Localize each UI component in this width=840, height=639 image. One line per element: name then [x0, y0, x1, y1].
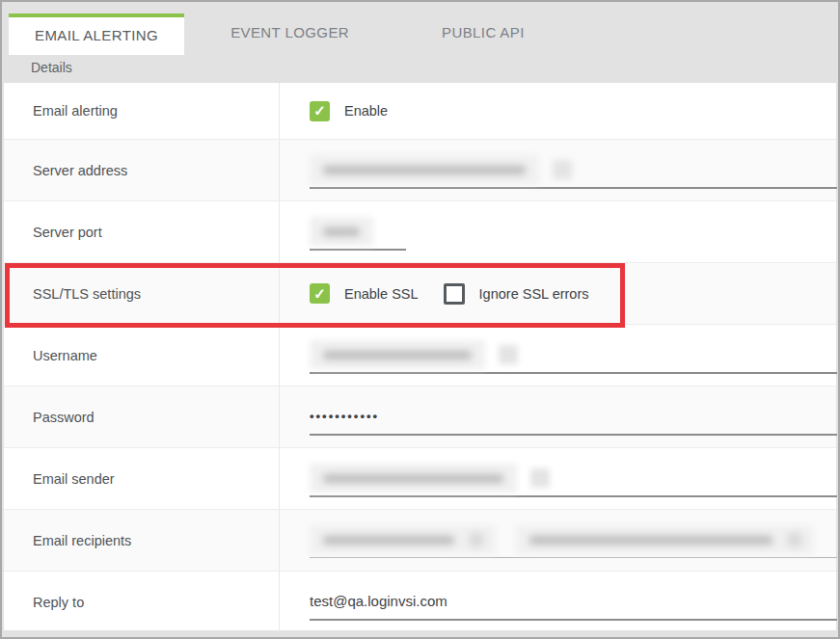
checkbox-label: Ignore SSL errors: [479, 286, 589, 302]
row-label: Server port: [4, 201, 280, 262]
row-email-sender: Email sender: [4, 447, 836, 509]
recipient-chip: [310, 525, 495, 554]
row-label: SSL/TLS settings: [4, 263, 280, 324]
row-label: Email sender: [4, 448, 280, 509]
tab-email-alerting[interactable]: EMAIL ALERTING: [9, 13, 184, 55]
row-email-recipients: Email recipients: [4, 509, 836, 571]
redacted-clear-icon: [499, 345, 518, 364]
row-label: Server address: [4, 140, 280, 200]
details-subheader: Details: [2, 55, 838, 84]
tab-public-api[interactable]: PUBLIC API: [395, 14, 571, 55]
tab-bar: EMAIL ALERTING EVENT LOGGER PUBLIC API: [2, 2, 838, 55]
row-ssl-tls-settings: SSL/TLS settings ✓ Enable SSL Ignore SSL…: [4, 262, 836, 324]
input-underline: [310, 372, 837, 374]
server-address-input[interactable]: [310, 152, 837, 189]
checkmark-icon: ✓: [313, 102, 326, 120]
ignore-ssl-errors-checkbox[interactable]: Ignore SSL errors: [444, 283, 589, 305]
password-input[interactable]: •••••••••••: [310, 399, 837, 436]
input-underline: [310, 187, 837, 189]
enable-checkbox[interactable]: ✓ Enable: [310, 101, 388, 121]
server-port-input[interactable]: [310, 214, 406, 251]
checkbox-checked-icon: ✓: [310, 101, 330, 121]
row-label: Email alerting: [4, 83, 280, 139]
reply-to-input[interactable]: [310, 593, 837, 609]
settings-page: EMAIL ALERTING EVENT LOGGER PUBLIC API D…: [0, 0, 840, 639]
input-underline: [310, 434, 837, 436]
checkbox-checked-icon: ✓: [310, 283, 330, 304]
row-label: Email recipients: [4, 510, 280, 571]
redacted-clear-icon: [530, 468, 550, 488]
email-recipients-input[interactable]: [310, 522, 837, 558]
row-email-alerting: Email alerting ✓ Enable: [4, 83, 836, 139]
checkmark-icon: ✓: [313, 285, 326, 303]
redacted-text: [310, 217, 373, 246]
redacted-text: [310, 464, 517, 493]
enable-ssl-checkbox[interactable]: ✓ Enable SSL: [310, 283, 419, 304]
row-label: Username: [4, 325, 280, 386]
row-label: Password: [4, 386, 280, 447]
row-label: Reply to: [4, 572, 280, 632]
password-masked-value: •••••••••••: [310, 409, 379, 423]
row-server-port: Server port: [4, 200, 836, 262]
checkbox-unchecked-icon: [444, 283, 465, 305]
tab-event-logger[interactable]: EVENT LOGGER: [184, 14, 395, 55]
checkbox-label: Enable SSL: [344, 286, 419, 302]
email-sender-input[interactable]: [310, 461, 837, 497]
input-underline: [310, 619, 837, 621]
input-underline: [310, 557, 837, 558]
row-password: Password •••••••••••: [4, 386, 836, 447]
redacted-text: [310, 155, 539, 184]
row-username: Username: [4, 324, 836, 386]
reply-to-field: [310, 584, 837, 621]
row-server-address: Server address: [4, 139, 836, 200]
redacted-text: [310, 340, 485, 369]
checkbox-label: Enable: [344, 103, 388, 119]
row-reply-to: Reply to: [4, 571, 836, 632]
redacted-clear-icon: [553, 160, 572, 179]
recipient-chip: [516, 525, 813, 554]
username-input[interactable]: [310, 337, 837, 374]
input-underline: [310, 249, 406, 251]
settings-table: Email alerting ✓ Enable Server address: [4, 83, 836, 630]
input-underline: [310, 495, 837, 497]
